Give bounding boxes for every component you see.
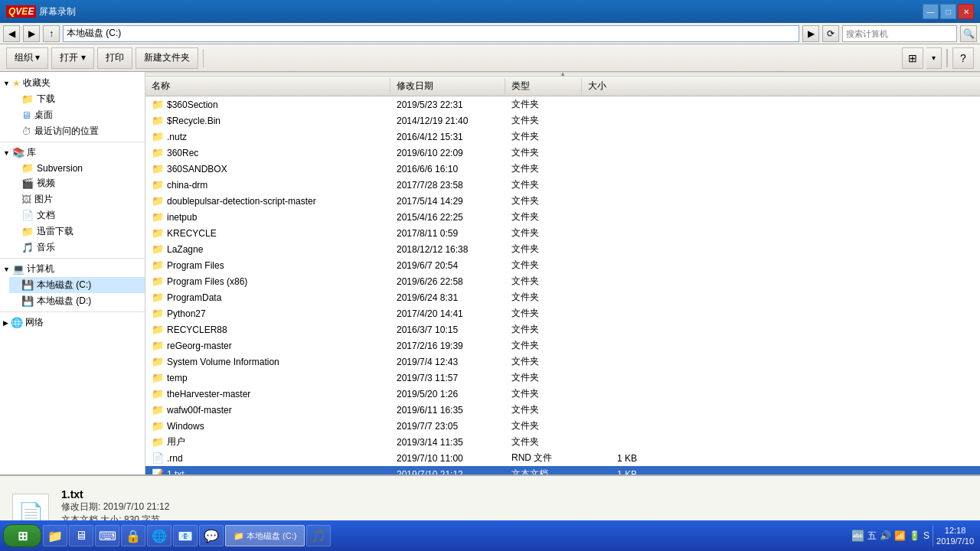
computer-label: 计算机	[27, 262, 54, 276]
table-row[interactable]: 📁 Python27 2017/4/20 14:41 文件夹	[145, 305, 980, 321]
taskbar-btn-8[interactable]: 🎵	[306, 525, 331, 546]
app-title: 屏幕录制	[39, 5, 923, 18]
col-size-header[interactable]: 大小	[582, 78, 643, 94]
file-name: wafw00f-master	[167, 405, 232, 416]
maximize-button[interactable]: □	[940, 4, 956, 19]
file-name: Windows	[167, 421, 204, 432]
cell-date: 2019/6/7 20:54	[390, 259, 505, 272]
cell-type: 文件夹	[505, 113, 582, 128]
taskbar-btn-1[interactable]: 📁	[43, 525, 67, 546]
taskbar-btn-6[interactable]: 📧	[173, 525, 198, 546]
table-row[interactable]: 📁 reGeorg-master 2017/2/16 19:39 文件夹	[145, 337, 980, 354]
table-row[interactable]: 📁 china-drm 2017/7/28 23:58 文件夹	[145, 177, 980, 193]
close-button[interactable]: ✕	[958, 4, 974, 19]
favorites-header[interactable]: ▼ ★ 收藏夹	[0, 75, 145, 91]
table-row[interactable]: 📁 Program Files (x86) 2019/6/26 22:58 文件…	[145, 273, 980, 289]
table-row[interactable]: 📁 inetpub 2015/4/16 22:25 文件夹	[145, 209, 980, 225]
table-row[interactable]: 📁 theHarvester-master 2019/5/20 1:26 文件夹	[145, 386, 980, 402]
taskbar-btn-3[interactable]: ⌨	[95, 525, 119, 546]
table-row[interactable]: 📁 用户 2019/3/14 11:35 文件夹	[145, 434, 980, 450]
taskbar-active-window[interactable]: 📁 本地磁盘 (C:)	[225, 525, 305, 546]
up-button[interactable]: ↑	[43, 25, 60, 42]
table-row[interactable]: 📁 .nutz 2016/4/12 15:31 文件夹	[145, 129, 980, 145]
images-icon: 🖼	[21, 194, 31, 205]
sidebar-item-subversion[interactable]: 📁 Subversion	[9, 161, 145, 175]
table-row[interactable]: 📁 wafw00f-master 2019/6/11 16:35 文件夹	[145, 402, 980, 418]
table-row[interactable]: 📁 Windows 2019/7/7 23:05 文件夹	[145, 418, 980, 434]
cell-name: 📁 theHarvester-master	[145, 387, 390, 400]
cell-date: 2019/3/14 11:35	[390, 436, 505, 448]
table-row[interactable]: 📝 1.txt 2019/7/10 21:12 文本文档 1 KB	[145, 466, 980, 474]
taskbar-btn-2[interactable]: 🖥	[69, 525, 93, 546]
cell-name: 📁 wafw00f-master	[145, 403, 390, 416]
table-row[interactable]: 📁 System Volume Information 2019/7/4 12:…	[145, 354, 980, 370]
table-row[interactable]: 📁 RECYCLER88 2016/3/7 10:15 文件夹	[145, 321, 980, 337]
help-button[interactable]: ?	[952, 47, 974, 69]
minimize-button[interactable]: —	[923, 4, 939, 19]
library-header[interactable]: ▼ 📚 库	[0, 145, 145, 161]
forward-button[interactable]: ▶	[23, 25, 40, 42]
table-row[interactable]: 📁 360SANDBOX 2016/6/6 16:10 文件夹	[145, 161, 980, 177]
table-row[interactable]: 📁 LaZagne 2018/12/12 16:38 文件夹	[145, 241, 980, 257]
cell-size	[582, 442, 643, 443]
file-name: ProgramData	[167, 292, 221, 303]
library-icon: 📚	[12, 147, 24, 158]
print-button[interactable]: 打印	[97, 47, 132, 69]
new-folder-button[interactable]: 新建文件夹	[136, 47, 198, 69]
network-header[interactable]: ▶ 🌐 网络	[0, 315, 145, 331]
file-name: $360Section	[167, 99, 218, 110]
cell-type: 文件夹	[505, 129, 582, 144]
sidebar-item-drive-c[interactable]: 💾 本地磁盘 (C:)	[9, 277, 145, 293]
table-row[interactable]: 📁 doublepulsar-detection-script-master 2…	[145, 193, 980, 209]
table-row[interactable]: 📁 360Rec 2019/6/10 22:09 文件夹	[145, 145, 980, 161]
computer-items: 💾 本地磁盘 (C:) 💾 本地磁盘 (D:)	[0, 277, 145, 309]
file-icon: 📁	[152, 227, 164, 239]
refresh-icon[interactable]: ⟳	[822, 25, 839, 42]
file-name: Program Files	[167, 260, 224, 271]
taskbar-btn-5[interactable]: 🌐	[147, 525, 172, 546]
cell-size	[582, 329, 643, 331]
sidebar-item-images[interactable]: 🖼 图片	[9, 191, 145, 207]
col-type-header[interactable]: 类型	[505, 78, 582, 94]
table-row[interactable]: 📄 .rnd 2019/7/10 11:00 RND 文件 1 KB	[145, 450, 980, 466]
thunder-icon: 📁	[21, 226, 34, 237]
go-button[interactable]: ▶	[802, 25, 819, 42]
sidebar-item-downloads[interactable]: 📁 下载	[9, 91, 145, 107]
table-row[interactable]: 📁 KRECYCLE 2017/8/11 0:59 文件夹	[145, 225, 980, 241]
cell-type: 文件夹	[505, 210, 582, 224]
cell-date: 2016/3/7 10:15	[390, 324, 505, 336]
sidebar-item-recent[interactable]: ⏱ 最近访问的位置	[9, 123, 145, 139]
cell-type: 文件夹	[505, 322, 582, 337]
search-button[interactable]: 🔍	[960, 25, 977, 42]
table-row[interactable]: 📁 $360Section 2019/5/23 22:31 文件夹	[145, 96, 980, 112]
system-tray: 🔤 五 🔊 📶 🔋 S 12:182019/7/10	[851, 525, 977, 547]
col-date-header[interactable]: 修改日期	[390, 78, 505, 94]
cell-name: 📝 1.txt	[145, 468, 390, 474]
col-name-header[interactable]: 名称	[145, 78, 390, 94]
sidebar-item-docs[interactable]: 📄 文档	[9, 207, 145, 223]
sidebar-item-desktop[interactable]: 🖥 桌面	[9, 107, 145, 123]
computer-header[interactable]: ▼ 💻 计算机	[0, 261, 145, 277]
table-row[interactable]: 📁 ProgramData 2019/6/24 8:31 文件夹	[145, 289, 980, 305]
address-input[interactable]	[63, 25, 799, 42]
taskbar-btn-4[interactable]: 🔒	[121, 525, 145, 546]
sidebar-item-drive-d[interactable]: 💾 本地磁盘 (D:)	[9, 293, 145, 309]
open-button[interactable]: 打开 ▾	[51, 47, 93, 69]
view-button[interactable]: ⊞	[902, 47, 923, 69]
file-name: inetpub	[167, 212, 197, 223]
sidebar-item-videos[interactable]: 🎬 视频	[9, 175, 145, 191]
taskbar-btn-7[interactable]: 💬	[199, 525, 224, 546]
tray-icon-2: 🔊	[880, 530, 891, 541]
search-input[interactable]	[842, 25, 957, 42]
table-row[interactable]: 📁 $Recycle.Bin 2014/12/19 21:40 文件夹	[145, 112, 980, 129]
cell-type: 文件夹	[505, 435, 582, 449]
table-row[interactable]: 📁 temp 2019/7/3 11:57 文件夹	[145, 370, 980, 386]
back-button[interactable]: ◀	[3, 25, 20, 42]
cell-name: 📁 china-drm	[145, 178, 390, 191]
start-button[interactable]: ⊞	[3, 524, 41, 547]
organize-button[interactable]: 组织 ▾	[6, 47, 48, 69]
table-row[interactable]: 📁 Program Files 2019/6/7 20:54 文件夹	[145, 257, 980, 273]
sidebar-item-music[interactable]: 🎵 音乐	[9, 240, 145, 256]
view-toggle[interactable]: ▾	[926, 47, 942, 69]
sidebar-item-thunder[interactable]: 📁 迅雷下载	[9, 223, 145, 240]
